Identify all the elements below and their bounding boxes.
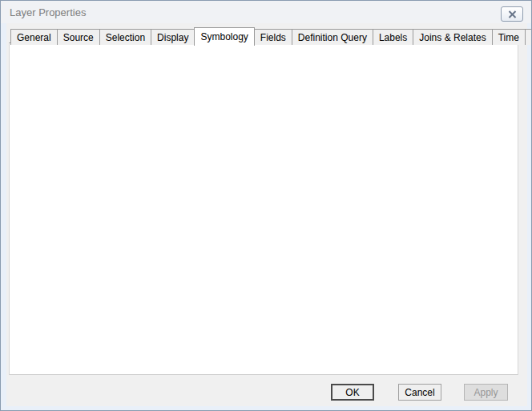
cancel-button[interactable]: Cancel — [398, 384, 441, 401]
ok-button[interactable]: OK — [331, 384, 374, 401]
tab-selection[interactable]: Selection — [99, 29, 151, 45]
window-title: Layer Properties — [10, 6, 86, 18]
tab-html-popup[interactable]: HTML Popup — [525, 29, 532, 45]
layer-properties-dialog: Layer Properties General Source Selectio… — [0, 0, 532, 411]
tab-labels[interactable]: Labels — [373, 29, 413, 45]
close-icon — [508, 10, 517, 18]
tab-general[interactable]: General — [10, 29, 58, 45]
tab-symbology[interactable]: Symbology — [194, 27, 254, 46]
apply-button[interactable]: Apply — [464, 384, 508, 401]
tab-display[interactable]: Display — [151, 29, 195, 45]
title-bar: Layer Properties — [1, 1, 531, 23]
tab-strip: General Source Selection Display Symbolo… — [10, 27, 532, 45]
tab-definition-query[interactable]: Definition Query — [292, 29, 373, 45]
tab-fields[interactable]: Fields — [254, 29, 292, 45]
close-button[interactable] — [501, 6, 523, 22]
tab-source[interactable]: Source — [57, 29, 100, 45]
symbology-tab-page — [9, 42, 518, 375]
tab-joins-relates[interactable]: Joins & Relates — [413, 29, 492, 45]
tab-time[interactable]: Time — [492, 29, 526, 45]
